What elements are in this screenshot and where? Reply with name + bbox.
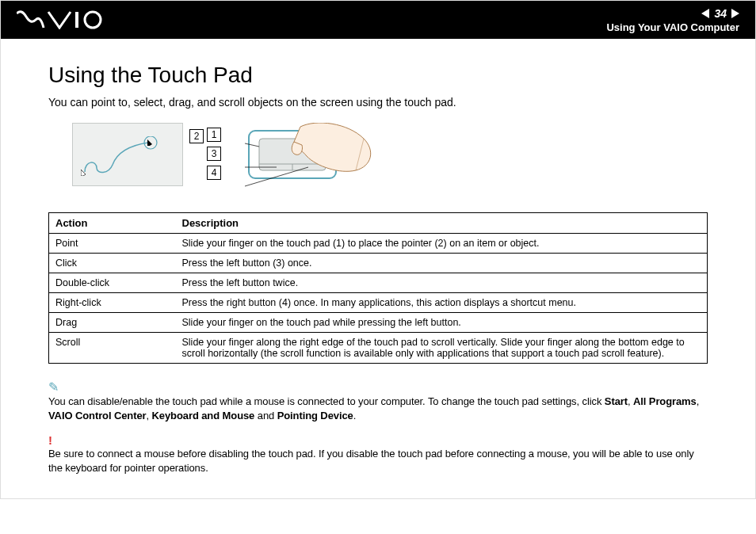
figure-screen: 2 <box>72 123 183 186</box>
prev-page-icon[interactable] <box>701 9 709 18</box>
cell-action: Drag <box>49 313 176 333</box>
cell-action: Double-click <box>49 273 176 293</box>
figures-row: 2 1 3 4 <box>72 123 708 198</box>
page-number: 34 <box>714 7 727 20</box>
cell-action: Scroll <box>49 333 176 364</box>
pencil-icon: ✎ <box>48 380 708 395</box>
table-row: Double-click Press the left button twice… <box>49 273 708 293</box>
callout-3: 3 <box>207 147 221 161</box>
page-title: Using the Touch Pad <box>48 63 708 88</box>
cell-desc: Slide your finger along the right edge o… <box>176 333 708 364</box>
note1-bold: VAIO Control Center <box>48 410 147 421</box>
note1-bold: Pointing Device <box>277 410 353 421</box>
col-action: Action <box>49 213 176 234</box>
cell-action: Right-click <box>49 293 176 313</box>
svg-marker-4 <box>147 139 152 146</box>
callout-1: 1 <box>207 128 221 142</box>
svg-point-1 <box>85 12 101 28</box>
note-warning: ! Be sure to connect a mouse before disa… <box>48 433 708 475</box>
note1-bold: Start <box>605 395 628 407</box>
table-row: Drag Slide your finger on the touch pad … <box>49 313 708 333</box>
col-description: Description <box>176 213 708 234</box>
table-header-row: Action Description <box>49 213 708 234</box>
callout-2: 2 <box>189 129 204 143</box>
table-row: Scroll Slide your finger along the right… <box>49 333 708 364</box>
table-row: Click Press the left button (3) once. <box>49 254 708 273</box>
cell-action: Click <box>49 254 176 273</box>
cell-desc: Press the right button (4) once. In many… <box>176 293 708 313</box>
note1-part: , <box>697 395 700 407</box>
warning-text: Be sure to connect a mouse before disabl… <box>48 447 708 475</box>
page-intro: You can point to, select, drag, and scro… <box>48 96 708 109</box>
vaio-logo-svg <box>17 10 104 29</box>
screen-diagram <box>72 123 183 186</box>
note1-part: You can disable/enable the touch pad whi… <box>48 395 605 407</box>
cell-desc: Press the left button (3) once. <box>176 254 708 273</box>
note1-part: . <box>353 410 357 421</box>
cursor-trail-svg <box>81 136 168 176</box>
note1-part: , <box>628 395 633 407</box>
note1-bold: All Programs <box>633 395 697 407</box>
pager: 34 <box>606 7 739 20</box>
note-tip: ✎ You can disable/enable the touch pad w… <box>48 380 708 422</box>
cell-action: Point <box>49 234 176 254</box>
actions-table: Action Description Point Slide your fing… <box>48 212 708 364</box>
callout-column: 1 3 4 <box>207 128 221 180</box>
note1-part: , <box>147 410 152 421</box>
table-row: Point Slide your finger on the touch pad… <box>49 234 708 254</box>
cell-desc: Slide your finger on the touch pad (1) t… <box>176 234 708 254</box>
page-content: Using the Touch Pad You can point to, se… <box>1 39 755 498</box>
figure-touchpad <box>245 123 380 198</box>
svg-line-10 <box>245 143 259 147</box>
touchpad-svg <box>245 123 380 198</box>
note1-bold: Keyboard and Mouse <box>152 410 255 421</box>
next-page-icon[interactable] <box>731 9 739 18</box>
header-right: 34 Using Your VAIO Computer <box>606 7 739 33</box>
breadcrumb: Using Your VAIO Computer <box>606 21 739 33</box>
vaio-logo <box>17 10 104 29</box>
cell-desc: Press the left button twice. <box>176 273 708 293</box>
cell-desc: Slide your finger on the touch pad while… <box>176 313 708 333</box>
note1-part: and <box>254 410 277 421</box>
warning-icon: ! <box>48 433 708 447</box>
header-bar: 34 Using Your VAIO Computer <box>1 1 755 39</box>
note-text: You can disable/enable the touch pad whi… <box>48 395 708 422</box>
table-row: Right-click Press the right button (4) o… <box>49 293 708 313</box>
svg-rect-0 <box>75 12 78 28</box>
callout-4: 4 <box>207 166 221 180</box>
